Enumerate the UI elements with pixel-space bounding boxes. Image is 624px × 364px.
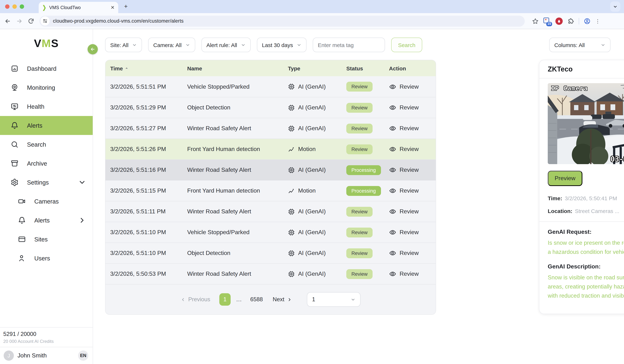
cell-name: Winter Road Safety Alert (187, 167, 288, 173)
sidebar-item-health[interactable]: Health (0, 97, 93, 116)
sidebar-item-alerts[interactable]: Alerts (0, 116, 93, 135)
table-row[interactable]: 3/2/2026, 5:51:26 PM Front Yard Human de… (105, 139, 436, 159)
logo-s: S (51, 37, 59, 49)
url-bar[interactable]: cloudtwo-prod.vxgdemo.cloud-vms.com/en/c… (39, 16, 525, 26)
cell-time: 3/2/2026, 5:51:11 PM (105, 208, 187, 215)
eye-icon (389, 104, 396, 111)
page-select-dropdown[interactable]: 1 (307, 292, 361, 307)
back-icon[interactable] (4, 18, 11, 24)
review-action[interactable]: Review (389, 104, 436, 111)
cell-type: AI (GenAI) (288, 250, 346, 257)
columns-dropdown[interactable]: Columns: All (549, 38, 610, 52)
eye-icon (389, 229, 396, 236)
sidebar-item-alerts-sub[interactable]: Alerts (0, 211, 93, 230)
sidebar-collapse-button[interactable] (88, 44, 98, 54)
credits-caption: 20 000 Account AI Credits (3, 339, 91, 344)
eye-icon (389, 83, 396, 90)
header-name[interactable]: Name (187, 65, 288, 71)
browser-tab[interactable]: ❯ VMS CloudTwo ✕ (39, 2, 118, 13)
cell-type: AI (GenAI) (288, 229, 346, 236)
sidebar-item-dashboard[interactable]: Dashboard (0, 59, 93, 78)
close-window-button[interactable] (5, 4, 9, 9)
review-action[interactable]: Review (389, 166, 436, 174)
tab-close-icon[interactable]: ✕ (111, 5, 115, 10)
current-page-button[interactable]: 1 (219, 293, 231, 306)
panel-title: ZKTeco (548, 65, 573, 73)
review-action[interactable]: Review (389, 270, 436, 278)
sidebar-item-archive[interactable]: Archive (0, 154, 93, 173)
camera-filter-dropdown[interactable]: Camera: All (148, 38, 195, 52)
camera-filter-label: Camera: All (153, 42, 182, 48)
review-action[interactable]: Review (389, 125, 436, 132)
table-row[interactable]: 3/2/2026, 5:51:27 PM Winter Road Safety … (105, 118, 436, 139)
cell-type: AI (GenAI) (288, 167, 346, 173)
meta-tag-input[interactable]: Enter meta tag (313, 38, 385, 52)
chevron-right-icon (287, 297, 292, 302)
status-badge: Review (346, 103, 373, 113)
tab-search-button[interactable] (610, 1, 620, 12)
macos-traffic-lights[interactable] (5, 4, 24, 9)
sidebar-item-users[interactable]: Users (0, 249, 93, 268)
header-status[interactable]: Status (346, 65, 389, 71)
search-button[interactable]: Search (391, 38, 422, 52)
browser-menu-icon[interactable]: ⋮ (595, 20, 597, 22)
last-page-button[interactable]: 6588 (250, 296, 263, 303)
filter-bar: Site: All Camera: All Alert rule: All La… (105, 38, 610, 52)
sidebar-item-label: Alerts (27, 122, 42, 129)
table-row[interactable]: 3/2/2026, 5:51:16 PM Winter Road Safety … (105, 159, 436, 180)
review-action[interactable]: Review (389, 249, 436, 257)
sidebar-item-label: Archive (27, 160, 47, 167)
bookmark-star-icon[interactable] (532, 18, 539, 24)
table-row[interactable]: 3/2/2026, 5:51:51 PM Vehicle Stopped/Par… (105, 76, 436, 97)
preview-button[interactable]: Preview (548, 171, 582, 186)
sidebar-item-sites[interactable]: Sites (0, 230, 93, 249)
new-tab-button[interactable]: + (124, 3, 128, 10)
header-type[interactable]: Type (288, 65, 346, 71)
sidebar-item-cameras[interactable]: Cameras (0, 192, 93, 211)
review-action[interactable]: Review (389, 229, 436, 236)
zoom-window-button[interactable] (20, 4, 24, 9)
review-action[interactable]: Review (389, 146, 436, 153)
toolbar-right-icons: ✶ 15 ⋮ (532, 17, 597, 24)
extensions-puzzle-icon[interactable] (568, 18, 574, 24)
site-filter-label: Site: All (110, 42, 129, 48)
forward-icon[interactable] (16, 18, 23, 24)
site-settings-icon[interactable] (41, 16, 50, 25)
user-row[interactable]: J John Smith EN (0, 347, 93, 364)
header-time[interactable]: Time⌃ (105, 65, 187, 71)
profile-icon[interactable] (584, 18, 590, 24)
reload-icon[interactable] (28, 18, 34, 24)
cell-type: Motion (288, 187, 346, 194)
table-row[interactable]: 3/2/2026, 5:51:11 PM Winter Road Safety … (105, 201, 436, 222)
extension-badge-count: 15 (546, 22, 552, 26)
period-filter-dropdown[interactable]: Last 30 days (257, 38, 307, 52)
sidebar-nav: Dashboard Monitoring Health Alerts Searc… (0, 59, 93, 268)
next-page-button[interactable]: Next (273, 296, 292, 303)
previous-page-button[interactable]: Previous (181, 296, 210, 303)
meta-tag-placeholder: Enter meta tag (318, 42, 354, 48)
sidebar-item-label: Search (27, 141, 46, 148)
table-row[interactable]: 3/2/2026, 5:51:10 PM Vehicle Stopped/Par… (105, 222, 436, 243)
sidebar-item-search[interactable]: Search (0, 135, 93, 154)
adblock-extension-icon[interactable] (555, 17, 563, 24)
review-action[interactable]: Review (389, 187, 436, 194)
cell-name: Vehicle Stopped/Parked (187, 83, 288, 90)
review-action[interactable]: Review (389, 83, 436, 90)
sidebar-item-monitoring[interactable]: Monitoring (0, 78, 93, 97)
extension-icon[interactable]: ✶ 15 (543, 17, 551, 24)
site-filter-dropdown[interactable]: Site: All (105, 38, 142, 52)
table-row[interactable]: 3/2/2026, 5:50:53 PM Winter Road Safety … (105, 263, 436, 284)
sidebar-item-settings[interactable]: Settings (0, 173, 93, 192)
minimize-window-button[interactable] (12, 4, 17, 9)
review-action[interactable]: Review (389, 208, 436, 215)
alert-rule-filter-dropdown[interactable]: Alert rule: All (201, 38, 251, 52)
table-row[interactable]: 3/2/2026, 5:51:15 PM Front Yard Human de… (105, 180, 436, 201)
chevron-down-icon (601, 43, 605, 47)
table-row[interactable]: 3/2/2026, 5:51:29 PM Object Detection AI… (105, 97, 436, 118)
cell-time: 3/2/2026, 5:50:53 PM (105, 271, 187, 277)
table-row[interactable]: 3/2/2026, 5:51:10 PM Object Detection AI… (105, 243, 436, 263)
video-camera-icon (18, 197, 26, 205)
language-badge[interactable]: EN (78, 350, 88, 361)
eye-icon (389, 249, 396, 257)
camera-snapshot[interactable]: IP Camera 03-03-2026 03:51:01 (548, 83, 624, 164)
